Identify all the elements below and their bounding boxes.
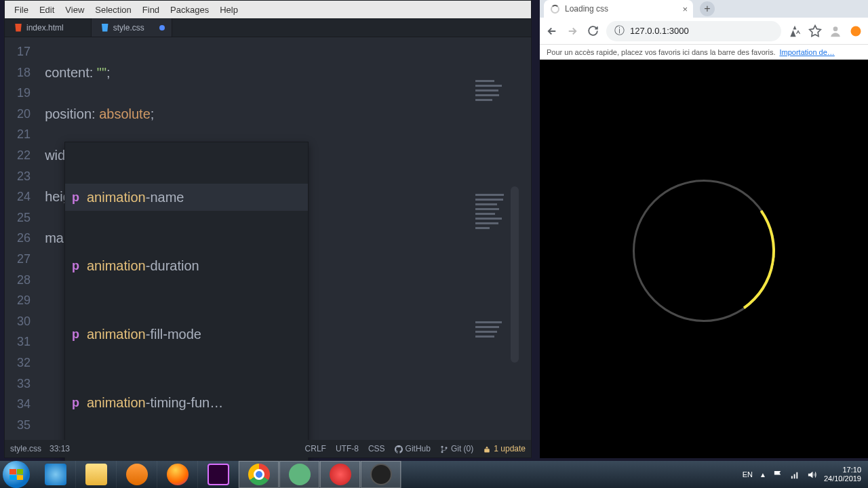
menu-find[interactable]: Find bbox=[137, 5, 165, 15]
code-editor-window: File Edit View Selection Find Packages H… bbox=[4, 0, 532, 458]
css-file-icon bbox=[101, 24, 109, 32]
status-update[interactable]: 1 update bbox=[483, 444, 526, 453]
reload-icon bbox=[587, 25, 599, 37]
taskbar-explorer[interactable] bbox=[76, 461, 117, 488]
forward-arrow-icon bbox=[566, 25, 578, 37]
tab-label: index.html bbox=[26, 23, 64, 33]
taskbar-chrome[interactable] bbox=[239, 461, 279, 488]
back-arrow-icon bbox=[546, 25, 558, 37]
obs-icon bbox=[370, 464, 392, 485]
tray-clock[interactable]: 17:10 24/10/2019 bbox=[824, 466, 861, 483]
profile-icon[interactable] bbox=[829, 24, 842, 38]
svg-rect-7 bbox=[794, 474, 795, 479]
import-bookmarks-link[interactable]: Importation de… bbox=[780, 48, 835, 56]
tab-title: Loading css bbox=[565, 4, 608, 14]
status-cursor-pos[interactable]: 33:13 bbox=[50, 444, 70, 453]
menu-view[interactable]: View bbox=[60, 5, 90, 15]
svg-rect-8 bbox=[796, 472, 797, 478]
line-gutter: 17181920212223242526272829303132333435 bbox=[5, 37, 37, 440]
statusbar: style.css 33:13 CRLF UTF-8 CSS GitHub Gi… bbox=[5, 440, 531, 458]
address-bar[interactable]: ⓘ 127.0.0.1:3000 bbox=[606, 21, 781, 41]
opera-icon bbox=[330, 464, 351, 485]
update-icon bbox=[483, 445, 491, 453]
tray-date: 24/10/2019 bbox=[824, 474, 861, 483]
taskbar-media-player[interactable] bbox=[117, 461, 157, 488]
start-button[interactable] bbox=[3, 461, 30, 488]
taskbar-firefox[interactable] bbox=[157, 461, 198, 488]
tray-network-icon[interactable] bbox=[790, 470, 800, 480]
taskbar-atom[interactable] bbox=[279, 461, 320, 488]
tray-show-hidden-icon[interactable]: ▲ bbox=[760, 471, 766, 479]
bookmark-star-icon[interactable] bbox=[808, 24, 822, 38]
menu-selection[interactable]: Selection bbox=[90, 5, 136, 15]
tray-time: 17:10 bbox=[824, 466, 861, 474]
svg-point-0 bbox=[441, 446, 443, 448]
status-github[interactable]: GitHub bbox=[395, 444, 431, 453]
wmp-icon bbox=[126, 464, 148, 485]
atom-icon bbox=[289, 464, 311, 485]
taskbar-opera[interactable] bbox=[320, 461, 361, 488]
autocomplete-popup: panimation-name panimation-duration pani… bbox=[64, 142, 309, 488]
bookmark-bar: Pour un accès rapide, placez vos favoris… bbox=[540, 45, 868, 60]
code-area[interactable]: content: ""; position: absolute; width: … bbox=[37, 37, 531, 440]
system-tray: EN ▲ 17:10 24/10/2019 bbox=[743, 466, 868, 483]
windows-logo-icon bbox=[9, 469, 23, 480]
tray-volume-icon[interactable] bbox=[807, 470, 817, 480]
bookmark-hint: Pour un accès rapide, placez vos favoris… bbox=[547, 48, 776, 56]
svg-point-2 bbox=[445, 447, 447, 449]
status-eol[interactable]: CRLF bbox=[305, 444, 326, 453]
autocomplete-item[interactable]: panimation-fill-mode bbox=[65, 321, 308, 348]
browser-tab[interactable]: Loading css × bbox=[544, 0, 693, 18]
status-language[interactable]: CSS bbox=[368, 444, 385, 453]
new-tab-button[interactable]: + bbox=[700, 1, 715, 16]
forward-button[interactable] bbox=[566, 24, 579, 38]
back-button[interactable] bbox=[545, 24, 559, 38]
loader-arc bbox=[621, 169, 786, 333]
browser-toolbar: ⓘ 127.0.0.1:3000 bbox=[540, 18, 868, 45]
scrollbar[interactable] bbox=[511, 186, 519, 363]
menubar: File Edit View Selection Find Packages H… bbox=[5, 1, 531, 18]
folder-icon bbox=[85, 464, 107, 485]
menu-file[interactable]: File bbox=[9, 5, 34, 15]
taskbar-items bbox=[35, 461, 401, 488]
premiere-icon bbox=[208, 464, 229, 485]
chrome-icon bbox=[248, 464, 270, 485]
autocomplete-item[interactable]: panimation-duration bbox=[65, 252, 308, 279]
svg-point-1 bbox=[441, 451, 443, 453]
minimap[interactable] bbox=[475, 39, 523, 174]
autocomplete-item[interactable]: panimation-timing-fun… bbox=[65, 390, 308, 417]
extension-icon[interactable] bbox=[849, 24, 863, 38]
html-file-icon bbox=[14, 24, 22, 32]
reload-button[interactable] bbox=[586, 24, 599, 38]
autocomplete-item[interactable]: panimation-name bbox=[65, 184, 308, 211]
site-info-icon[interactable]: ⓘ bbox=[614, 24, 625, 37]
menu-packages[interactable]: Packages bbox=[165, 5, 214, 15]
tray-flag-icon[interactable] bbox=[773, 470, 783, 480]
github-icon bbox=[395, 445, 403, 453]
taskbar-ie[interactable] bbox=[35, 461, 76, 488]
url-text: 127.0.0.1:3000 bbox=[630, 26, 689, 36]
firefox-icon bbox=[167, 464, 189, 485]
browser-window: Loading css × + ⓘ 127.0.0.1:3000 Pour un… bbox=[540, 0, 868, 458]
tray-language[interactable]: EN bbox=[743, 470, 753, 479]
page-content bbox=[540, 60, 868, 458]
taskbar-premiere[interactable] bbox=[198, 461, 239, 488]
ie-icon bbox=[45, 464, 66, 485]
taskbar-obs[interactable] bbox=[361, 461, 401, 488]
status-encoding[interactable]: UTF-8 bbox=[336, 444, 359, 453]
browser-tabstrip: Loading css × + bbox=[540, 0, 868, 18]
editor-body[interactable]: 17181920212223242526272829303132333435 c… bbox=[5, 37, 531, 440]
close-tab-icon[interactable]: × bbox=[682, 4, 688, 14]
menu-help[interactable]: Help bbox=[214, 5, 243, 15]
tab-index-html[interactable]: index.html bbox=[5, 18, 92, 37]
svg-point-5 bbox=[851, 26, 861, 36]
svg-rect-6 bbox=[791, 476, 793, 479]
translate-icon[interactable] bbox=[788, 24, 802, 38]
git-branch-icon bbox=[440, 445, 448, 453]
tab-style-css[interactable]: style.css bbox=[92, 18, 172, 37]
menu-edit[interactable]: Edit bbox=[34, 5, 60, 15]
status-git[interactable]: Git (0) bbox=[440, 444, 473, 453]
taskbar: EN ▲ 17:10 24/10/2019 bbox=[0, 461, 868, 488]
unsaved-indicator-icon bbox=[159, 25, 165, 30]
status-file[interactable]: style.css bbox=[10, 444, 41, 453]
